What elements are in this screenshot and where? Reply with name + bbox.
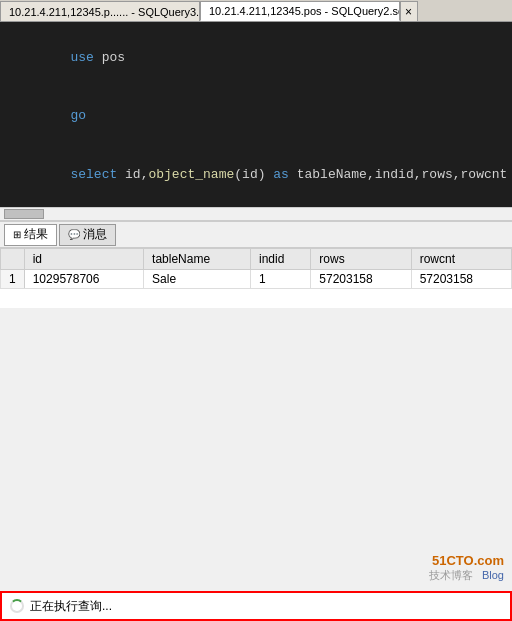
code-line-4: where indid in(0,1) and object_name(id)=… <box>8 204 504 208</box>
results-toolbar: ⊞ 结果 💬 消息 <box>0 222 512 248</box>
table-header-row: id tableName indid rows rowcnt <box>1 249 512 270</box>
table-row: 1 1029578706 Sale 1 57203158 57203158 <box>1 270 512 289</box>
cell-rownum: 1 <box>1 270 25 289</box>
results-table: id tableName indid rows rowcnt 1 1029578… <box>0 248 512 289</box>
col-rows: rows <box>311 249 411 270</box>
cell-indid: 1 <box>250 270 310 289</box>
cell-id: 1029578706 <box>24 270 143 289</box>
col-rowcnt: rowcnt <box>411 249 511 270</box>
sql-editor[interactable]: use pos go select id,object_name(id) as … <box>0 22 512 207</box>
message-icon: 💬 <box>68 229 80 240</box>
watermark-sub: 技术博客 Blog <box>429 568 504 583</box>
code-line-3: select id,object_name(id) as tableName,i… <box>8 145 504 204</box>
tab-messages[interactable]: 💬 消息 <box>59 224 116 246</box>
col-id: id <box>24 249 143 270</box>
cell-rows: 57203158 <box>311 270 411 289</box>
col-rownum <box>1 249 25 270</box>
tab-bar: 10.21.4.211,12345.p...... - SQLQuery3.sq… <box>0 0 512 22</box>
horizontal-scrollbar[interactable] <box>0 207 512 221</box>
code-line-1: use pos <box>8 28 504 87</box>
grid-icon: ⊞ <box>13 229 21 240</box>
tab-query2[interactable]: 10.21.4.211,12345.pos - SQLQuery2.sql* <box>200 1 400 21</box>
status-text: 正在执行查询... <box>30 598 112 615</box>
tab-query3[interactable]: 10.21.4.211,12345.p...... - SQLQuery3.sq… <box>0 1 200 21</box>
watermark: 51CTO.com 技术博客 Blog <box>429 553 504 583</box>
spinner-icon <box>10 599 24 613</box>
cell-rowcnt: 57203158 <box>411 270 511 289</box>
tab-results[interactable]: ⊞ 结果 <box>4 224 57 246</box>
col-indid: indid <box>250 249 310 270</box>
tab-close[interactable]: × <box>400 1 418 21</box>
col-tablename: tableName <box>144 249 251 270</box>
scrollbar-thumb[interactable] <box>4 209 44 219</box>
code-line-2: go <box>8 87 504 146</box>
results-grid-area: id tableName indid rows rowcnt 1 1029578… <box>0 248 512 308</box>
content-area: use pos go select id,object_name(id) as … <box>0 22 512 621</box>
cell-tablename: Sale <box>144 270 251 289</box>
results-section: ⊞ 结果 💬 消息 id tableName indid <box>0 221 512 308</box>
status-bar: 正在执行查询... <box>0 591 512 621</box>
watermark-site: 51CTO.com <box>429 553 504 568</box>
